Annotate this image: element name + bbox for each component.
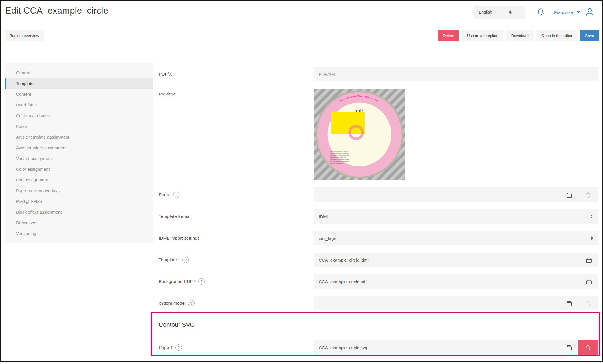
notifications-bell-icon[interactable]: [536, 7, 545, 17]
toolbar: Back to overview Delete Use as a templat…: [1, 23, 602, 47]
photo-help-icon[interactable]: ?: [173, 192, 179, 198]
sidebar-item-editor[interactable]: Editor: [5, 121, 153, 132]
idml-import-settings-select[interactable]: xml_tags: [314, 231, 598, 245]
x3dom-model-label: x3dom model: [159, 301, 186, 306]
row-preview: Preview: [159, 89, 598, 180]
page1-delete-button[interactable]: [578, 340, 598, 355]
page1-label: Page 1: [159, 345, 173, 350]
photo-field[interactable]: [314, 187, 578, 202]
sidebar-item-block-effect-assignment[interactable]: Block effect assignment: [5, 207, 153, 217]
row-contour-page1: Page 1 ? CCA_example_circle.svg: [159, 340, 598, 355]
sidebar-nav: General Template Content Used fonts Cust…: [5, 63, 153, 243]
svg-text:udae vusta ibusapicto labortas: udae vusta ibusapicto labortass id tao: [330, 161, 349, 162]
template-form: PDF/X PDF/X-4 Preview: [159, 63, 598, 362]
template-file-value: CCA_example_circle.idml: [319, 258, 579, 262]
header: Edit CCA_example_circle English Franzisk…: [1, 1, 602, 23]
sidebar-item-general[interactable]: General: [5, 67, 153, 78]
sidebar-item-preflight-plan[interactable]: Preflight-Plan: [5, 196, 153, 207]
download-button[interactable]: Download: [506, 30, 534, 41]
user-name[interactable]: Franziska: [554, 10, 573, 15]
template-format-label: Template format: [159, 214, 191, 219]
delete-button[interactable]: Delete: [438, 30, 459, 41]
sidebar-item-article-template-assignment[interactable]: Article template assignment: [5, 132, 153, 142]
template-format-select[interactable]: IDML: [314, 209, 598, 224]
row-background-pdf: Background PDF * ? CCA_example_circle.pd…: [159, 274, 598, 289]
template-file-help-icon[interactable]: ?: [182, 257, 189, 263]
photo-trash-icon: [585, 191, 592, 198]
preview-title-text: Title: [355, 109, 363, 113]
row-photo: Photo ?: [159, 187, 598, 202]
sidebar-item-versioning[interactable]: Versioning: [5, 228, 153, 239]
contour-svg-heading: Contour SVG: [159, 318, 598, 328]
photo-delete-slot: [578, 187, 598, 202]
page1-browse-button[interactable]: [565, 344, 573, 352]
background-pdf-value: CCA_example_circle.pdf: [319, 279, 579, 284]
sidebar-item-derivatives[interactable]: Derivatives: [5, 217, 153, 228]
sidebar-item-font-assignment[interactable]: Font assignment: [5, 174, 153, 185]
idml-import-settings-label: IDML import settings: [159, 236, 200, 241]
content: General Template Content Used fonts Cust…: [1, 63, 602, 362]
sidebar-item-page-preview-overlays[interactable]: Page preview overlays: [5, 185, 153, 196]
select-arrows-icon: [500, 10, 521, 14]
template-preview-image: Note: This area cannot contain any text.…: [314, 89, 405, 180]
back-to-overview-button[interactable]: Back to overview: [5, 30, 44, 41]
page1-value: CCA_example_circle.svg: [319, 345, 559, 350]
row-pdfx: PDF/X PDF/X-4: [159, 67, 598, 81]
page1-field[interactable]: CCA_example_circle.svg: [314, 340, 578, 355]
pdfx-field: PDF/X-4: [314, 67, 598, 81]
page1-help-icon[interactable]: ?: [175, 344, 182, 351]
x3dom-delete-slot: [578, 296, 598, 310]
idml-import-settings-value: xml_tags: [319, 236, 591, 241]
page-title: Edit CCA_example_circle: [5, 5, 108, 16]
sidebar-item-content[interactable]: Content: [5, 89, 153, 100]
sidebar-item-variant-assignment[interactable]: Variant assignment: [5, 153, 153, 164]
svg-text:cuptatussandae et od iptas sue: cuptatussandae et od iptas suea: [330, 157, 346, 158]
sidebar-item-used-fonts[interactable]: Used fonts: [5, 100, 153, 110]
page1-trash-icon: [585, 344, 592, 351]
row-template-format: Template format IDML: [159, 209, 598, 224]
pdfx-label: PDF/X: [159, 71, 172, 77]
sidebar-item-color-assignment[interactable]: Color assignment: [5, 164, 153, 174]
user-menu-caret-icon[interactable]: [576, 11, 580, 13]
sidebar-item-avail-template-assignment[interactable]: Avail template assignment: [5, 142, 153, 153]
background-pdf-label: Background PDF *: [159, 279, 196, 284]
preview-yellow-rect: [331, 112, 365, 134]
preview-label: Preview: [159, 91, 175, 97]
header-right: English Franziska: [474, 1, 595, 23]
template-format-value: IDML: [319, 214, 591, 219]
template-file-browse-button[interactable]: [585, 256, 593, 264]
photo-label: Photo: [159, 192, 171, 197]
use-as-template-button[interactable]: Use as a template: [462, 30, 503, 41]
x3dom-trash-icon: [585, 300, 592, 307]
language-select[interactable]: English: [474, 6, 525, 19]
x3dom-model-help-icon[interactable]: ?: [188, 300, 195, 306]
template-file-field[interactable]: CCA_example_circle.idml: [314, 253, 598, 267]
background-pdf-browse-button[interactable]: [585, 278, 593, 286]
sidebar-item-template[interactable]: Template: [5, 78, 153, 89]
row-x3dom-model: x3dom model ?: [159, 296, 598, 310]
x3dom-model-browse-button[interactable]: [565, 299, 573, 307]
select-arrows-icon: [591, 215, 593, 218]
sidebar-item-custom-attributes[interactable]: Custom attributes: [5, 110, 153, 121]
pdfx-value: PDF/X-4: [319, 72, 593, 77]
language-select-value: English: [479, 10, 500, 14]
save-button[interactable]: Save: [580, 30, 599, 41]
background-pdf-help-icon[interactable]: ?: [198, 278, 205, 285]
section-divider: [159, 333, 598, 333]
toolbar-actions: Delete Use as a template Download Open i…: [438, 30, 599, 41]
photo-browse-button[interactable]: [565, 191, 573, 199]
row-idml-import-settings: IDML import settings xml_tags: [159, 231, 598, 245]
background-pdf-field[interactable]: CCA_example_circle.pdf: [314, 274, 598, 289]
row-template-file: Template * ? CCA_example_circle.idml: [159, 253, 598, 267]
select-arrows-icon: [591, 236, 593, 240]
template-file-label: Template *: [159, 257, 180, 262]
x3dom-model-field[interactable]: [314, 296, 578, 310]
user-avatar-icon[interactable]: [584, 7, 595, 18]
open-in-editor-button[interactable]: Open in the editor: [536, 30, 577, 41]
app-window: Edit CCA_example_circle English Franzisk…: [0, 0, 603, 362]
